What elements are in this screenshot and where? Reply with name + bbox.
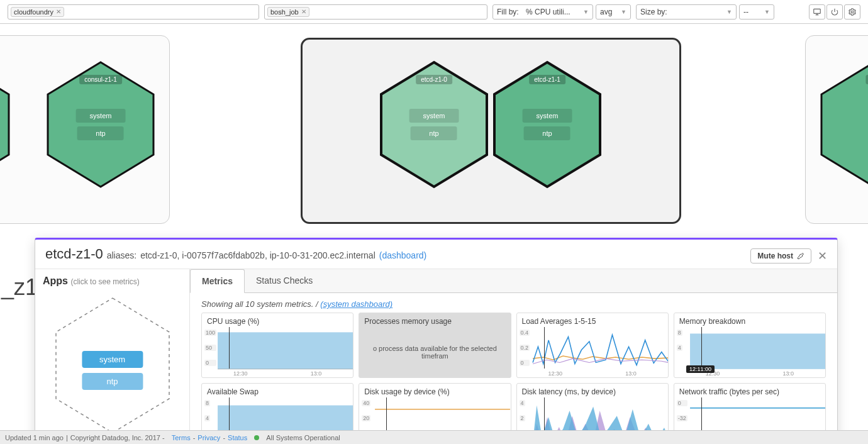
size-select[interactable]: Size by: ▼	[636, 4, 737, 19]
card-title: Load Averages 1-5-15	[517, 313, 668, 327]
card-title: Network traffic (bytes per sec)	[674, 384, 825, 397]
wrench-icon	[797, 252, 804, 260]
svg-point-1	[851, 11, 854, 13]
mute-host-button[interactable]: Mute host	[750, 248, 811, 264]
panel-header: etcd-z1-0 aliases: etcd-z1-0, i-00757f7a…	[35, 240, 837, 269]
footer-link-privacy[interactable]: Privacy	[198, 434, 220, 440]
fill-select[interactable]: Fill by: % CPU utili... ▼	[492, 4, 593, 19]
status-text: All Systems Operational	[266, 434, 340, 440]
empty-message: o process data available for the selecte…	[363, 345, 506, 360]
gear-icon[interactable]	[844, 4, 860, 19]
fill-agg-select[interactable]: avg ▼	[596, 4, 631, 19]
toolbar: cloudfoundry ✕ bosh_job ✕ Fill by: % CPU…	[0, 0, 868, 24]
svg-rect-10	[218, 332, 353, 369]
alias-label: aliases:	[107, 250, 136, 260]
mute-label: Mute host	[757, 252, 793, 260]
size-label: Size by:	[640, 8, 667, 16]
caret-down-icon: ▼	[726, 9, 732, 15]
metrics-grid: CPU usage (%) 100500 12:3013:0	[190, 313, 837, 438]
host-title: etcd-z1-0	[45, 246, 103, 262]
host-hex[interactable]: etcd-z1-1 system ntp	[491, 58, 604, 191]
tab-status-checks[interactable]: Status Checks	[245, 269, 324, 292]
card-title: Available Swap	[202, 384, 353, 397]
sidebar-app-button[interactable]: ntp	[82, 373, 143, 390]
svg-rect-12	[690, 333, 825, 369]
tag-label: bosh_job	[270, 8, 299, 16]
tag-label: cloudfoundry	[14, 8, 53, 16]
hex-label: consul-z1-1	[79, 75, 122, 84]
hex-app[interactable]: ntp	[411, 126, 457, 140]
footer-link-status[interactable]: Status	[228, 434, 247, 440]
size-agg-select[interactable]: -- ▼	[739, 4, 774, 19]
apps-hint: (click to see metrics)	[70, 277, 139, 286]
hex-app[interactable]: system	[76, 109, 126, 123]
time-cursor	[701, 327, 702, 369]
caret-down-icon: ▼	[583, 9, 589, 15]
size-group: Size by: ▼ -- ▼	[636, 4, 774, 19]
copyright: Copyright Datadog, Inc. 2017 -	[70, 434, 165, 440]
card-title: Memory breakdown	[674, 313, 825, 327]
remove-tag-icon[interactable]: ✕	[301, 8, 306, 15]
host-hex[interactable]: consul-z1-1 system ntp	[44, 58, 157, 191]
panel-main: Metrics Status Checks Showing all 10 sys…	[190, 269, 837, 438]
hex-label: etcd-z1-0	[416, 75, 452, 84]
footer: Updated 1 min ago | Copyright Datadog, I…	[0, 430, 868, 439]
hex-app[interactable]: ntp	[524, 126, 570, 140]
hex-app[interactable]: system	[523, 109, 572, 123]
svg-rect-0	[814, 9, 821, 13]
group-tagbox[interactable]: bosh_job ✕	[264, 4, 487, 19]
fill-group: Fill by: % CPU utili... ▼ avg ▼	[492, 4, 631, 19]
filter-tagbox[interactable]: cloudfoundry ✕	[8, 4, 259, 19]
svg-marker-2	[0, 62, 9, 187]
time-tooltip: 12:11:00	[686, 365, 715, 373]
metric-card[interactable]: CPU usage (%) 100500 12:3013:0	[201, 313, 353, 378]
host-hex[interactable]: ap	[818, 58, 868, 191]
card-title: Disk usage by device (%)	[359, 384, 510, 397]
hex-label: ap	[865, 75, 868, 84]
footer-link-terms[interactable]: Terms	[172, 434, 191, 440]
metrics-text: Showing all 10 system metrics.	[201, 299, 313, 309]
group-tag[interactable]: bosh_job ✕	[267, 7, 309, 17]
caret-down-icon: ▼	[621, 9, 626, 15]
monitor-icon[interactable]	[809, 4, 825, 19]
hex-app[interactable]: system	[409, 109, 459, 123]
group-label: _z1	[1, 274, 38, 301]
status-dot-icon	[254, 435, 259, 440]
tab-metrics[interactable]: Metrics	[190, 269, 245, 293]
panel-sidebar: Apps (click to see metrics) system ntp	[35, 269, 190, 438]
card-title: CPU usage (%)	[202, 313, 353, 327]
hex-app[interactable]: ntp	[77, 126, 124, 140]
sidebar-hex: system ntp	[50, 293, 175, 432]
filter-tag[interactable]: cloudfoundry ✕	[11, 7, 64, 17]
caret-down-icon: ▼	[764, 9, 770, 15]
toolbar-icons	[809, 4, 860, 19]
host-hex[interactable]: -0 system ntp	[0, 58, 13, 191]
card-title: Disk latency (ms, by device)	[517, 384, 668, 397]
tabs: Metrics Status Checks	[190, 269, 837, 293]
close-icon[interactable]: ✕	[818, 249, 827, 263]
metrics-summary: Showing all 10 system metrics. / (system…	[190, 293, 837, 313]
dashboard-link[interactable]: (dashboard)	[379, 250, 427, 260]
size-agg: --	[743, 8, 748, 16]
metric-card[interactable]: Memory breakdown 84 12:3013:0 12:11:00	[674, 313, 826, 378]
host-hex-selected[interactable]: etcd-z1-0 system ntp	[377, 58, 491, 191]
fill-value: % CPU utili...	[526, 8, 570, 16]
hex-label: etcd-z1-1	[529, 75, 565, 84]
time-cursor	[229, 327, 230, 369]
hostmap-canvas[interactable]: _z1 -0 system ntp consul-z1-1 system ntp…	[0, 24, 868, 439]
remove-tag-icon[interactable]: ✕	[56, 8, 61, 15]
fill-label: Fill by:	[497, 8, 519, 16]
apps-title: Apps	[43, 275, 68, 286]
svg-marker-6	[821, 62, 868, 187]
host-detail-panel: etcd-z1-0 aliases: etcd-z1-0, i-00757f7a…	[35, 238, 838, 439]
system-dashboard-link[interactable]: (system dashboard)	[320, 299, 392, 309]
time-cursor	[544, 327, 545, 369]
alias-value: etcd-z1-0, i-00757f7ac6fdab02b, ip-10-0-…	[140, 250, 376, 260]
sidebar-app-button[interactable]: system	[82, 351, 143, 368]
agg-value: avg	[600, 8, 612, 16]
updated-text: Updated 1 min ago	[5, 434, 64, 440]
power-icon[interactable]	[826, 4, 843, 19]
metric-card[interactable]: Load Averages 1-5-15 0.40.20 12:3013:0	[516, 313, 669, 378]
metric-card[interactable]: Processes memory usage o process data av…	[359, 313, 511, 378]
card-title: Processes memory usage	[359, 313, 510, 327]
